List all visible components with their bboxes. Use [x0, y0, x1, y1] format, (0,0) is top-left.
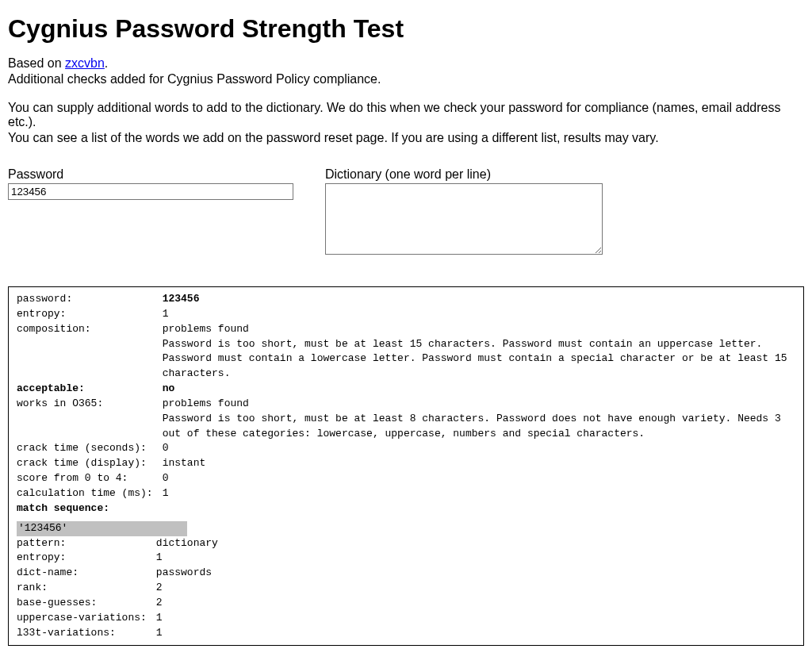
based-on-prefix: Based on — [8, 56, 65, 70]
match-key-upper-var: uppercase-variations: — [17, 611, 156, 626]
match-key-rank: rank: — [17, 581, 156, 596]
result-key-score: score from 0 to 4: — [17, 471, 163, 486]
intro-line-1: Based on zxcvbn. — [8, 56, 804, 71]
page-title: Cygnius Password Strength Test — [8, 14, 804, 44]
intro-line-2: Additional checks added for Cygnius Pass… — [8, 72, 804, 86]
result-key-password: password: — [17, 292, 163, 307]
result-val-crack-display: instant — [163, 456, 795, 471]
result-key-crack-seconds: crack time (seconds): — [17, 441, 163, 456]
result-o365-details: Password is too short, must be at least … — [163, 412, 795, 442]
match-key-pattern: pattern: — [17, 536, 156, 551]
result-key-calc-time: calculation time (ms): — [17, 486, 163, 501]
password-label: Password — [8, 167, 293, 182]
result-key-composition: composition: — [17, 322, 163, 337]
result-composition-details: Password is too short, must be at least … — [163, 337, 795, 382]
match-token: '123456' — [17, 521, 187, 536]
result-val-crack-seconds: 0 — [163, 441, 795, 456]
match-val-dict-name: passwords — [156, 566, 221, 581]
result-val-password: 123456 — [163, 292, 795, 307]
dictionary-textarea[interactable] — [325, 183, 603, 255]
result-key-o365: works in O365: — [17, 397, 163, 412]
match-key-l33t-var: l33t-variations: — [17, 626, 156, 641]
match-table: pattern: dictionary entropy: 1 dict-name… — [17, 536, 221, 641]
result-val-entropy: 1 — [163, 307, 795, 322]
results-panel: password: 123456 entropy: 1 composition:… — [8, 286, 804, 646]
result-val-calc-time: 1 — [163, 486, 795, 501]
result-val-acceptable: no — [163, 382, 795, 397]
password-input[interactable] — [8, 183, 293, 200]
match-key-dict-name: dict-name: — [17, 566, 156, 581]
zxcvbn-link[interactable]: zxcvbn — [65, 56, 105, 70]
result-key-match-sequence: match sequence: — [17, 501, 795, 516]
match-val-entropy: 1 — [156, 551, 221, 566]
based-on-suffix: . — [105, 56, 108, 70]
match-val-rank: 2 — [156, 581, 221, 596]
result-val-o365: problems found — [163, 397, 795, 412]
result-key-entropy: entropy: — [17, 307, 163, 322]
intro-para2-line1: You can supply additional words to add t… — [8, 101, 804, 129]
result-key-acceptable: acceptable: — [17, 382, 163, 397]
intro-para2-line2: You can see a list of the words we add o… — [8, 131, 804, 145]
result-val-score: 0 — [163, 471, 795, 486]
result-val-composition: problems found — [163, 322, 795, 337]
match-key-entropy: entropy: — [17, 551, 156, 566]
dictionary-label: Dictionary (one word per line) — [325, 167, 603, 182]
result-key-crack-display: crack time (display): — [17, 456, 163, 471]
match-val-l33t-var: 1 — [156, 626, 221, 641]
match-val-upper-var: 1 — [156, 611, 221, 626]
match-key-base-guesses: base-guesses: — [17, 596, 156, 611]
match-val-base-guesses: 2 — [156, 596, 221, 611]
results-table: password: 123456 entropy: 1 composition:… — [17, 292, 795, 516]
match-val-pattern: dictionary — [156, 536, 221, 551]
